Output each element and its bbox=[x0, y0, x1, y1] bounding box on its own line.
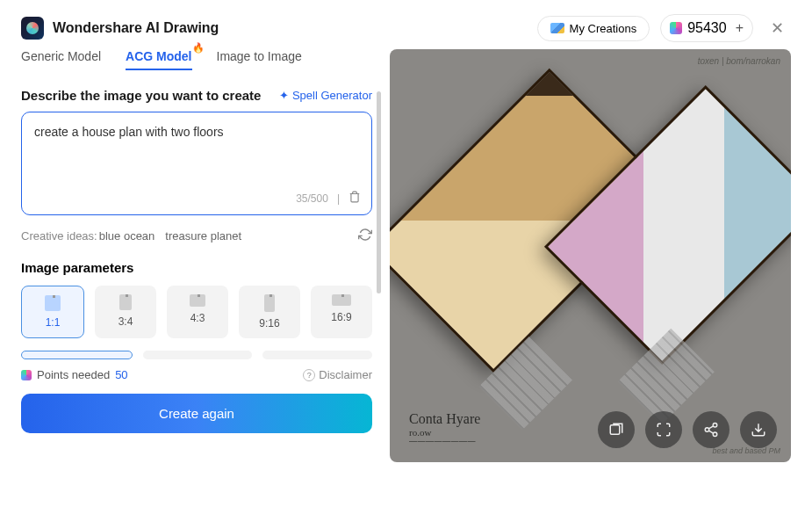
right-panel: toxen | bom/narrokan Conta Hyare ro.ow —… bbox=[390, 49, 791, 462]
left-panel: Generic Model ACG Model 🔥 Image to Image… bbox=[21, 49, 372, 462]
ratio-1-1[interactable]: 1:1 bbox=[21, 286, 84, 338]
fire-icon: 🔥 bbox=[192, 42, 205, 54]
sig-main: Conta Hyare bbox=[409, 411, 480, 427]
my-creations-button[interactable]: My Creations bbox=[537, 16, 650, 41]
sparkle-icon bbox=[670, 22, 682, 34]
footer-row: Points needed 50 ? Disclaimer bbox=[21, 368, 372, 381]
disclaimer-label: Disclaimer bbox=[319, 368, 372, 381]
stairs-2 bbox=[618, 329, 715, 425]
generated-image[interactable]: toxen | bom/narrokan Conta Hyare ro.ow —… bbox=[390, 49, 791, 462]
points-value: 50 bbox=[115, 368, 127, 381]
signature: Conta Hyare ro.ow ———————— bbox=[409, 411, 480, 446]
disclaimer-button[interactable]: ? Disclaimer bbox=[303, 368, 372, 381]
spell-gen-label: Spell Generator bbox=[292, 89, 372, 102]
creative-ideas-row: Creative ideas:blue oceantreasure planet bbox=[21, 228, 372, 244]
header-right: My Creations 95430 + ✕ bbox=[537, 14, 791, 42]
idea-1[interactable]: blue ocean bbox=[99, 229, 155, 243]
ratio-9-16[interactable]: 9:16 bbox=[239, 286, 300, 338]
header-left: Wondershare AI Drawing bbox=[21, 17, 219, 40]
wand-icon: ✦ bbox=[279, 89, 289, 102]
sparkle-icon bbox=[21, 370, 32, 380]
ratio-shape-icon bbox=[45, 295, 61, 311]
ratio-4-3[interactable]: 4:3 bbox=[167, 286, 228, 338]
param-option[interactable] bbox=[21, 351, 133, 359]
model-tabs: Generic Model ACG Model 🔥 Image to Image bbox=[21, 49, 372, 70]
image-action-bar bbox=[598, 411, 777, 448]
close-button[interactable]: ✕ bbox=[764, 15, 791, 41]
param-option[interactable] bbox=[143, 351, 253, 359]
aspect-ratio-row: 1:1 3:4 4:3 9:16 16:9 bbox=[21, 286, 372, 338]
prompt-textarea[interactable]: create a house plan with two floors 35/5… bbox=[21, 112, 372, 215]
svg-point-3 bbox=[713, 432, 717, 437]
picture-icon bbox=[550, 23, 564, 33]
trash-icon[interactable] bbox=[349, 191, 361, 206]
fullscreen-button[interactable] bbox=[645, 411, 682, 448]
param-option[interactable] bbox=[262, 351, 372, 359]
credits-pill[interactable]: 95430 + bbox=[660, 14, 753, 42]
prompt-footer: 35/500 | bbox=[296, 191, 361, 206]
create-again-button[interactable]: Create again bbox=[21, 394, 372, 433]
app-title: Wondershare AI Drawing bbox=[53, 20, 219, 36]
add-credits-button[interactable]: + bbox=[736, 20, 744, 36]
image-parameters-label: Image parameters bbox=[21, 260, 372, 275]
ratio-3-4[interactable]: 3:4 bbox=[95, 286, 156, 338]
download-button[interactable] bbox=[740, 411, 777, 448]
prompt-text: create a house plan with two floors bbox=[34, 125, 359, 139]
points-label: Points needed bbox=[37, 368, 110, 381]
next-param-row bbox=[21, 351, 372, 359]
credits-value: 95430 bbox=[687, 20, 727, 36]
refresh-icon[interactable] bbox=[358, 228, 372, 244]
divider: | bbox=[337, 192, 340, 205]
tab-acg-label: ACG Model bbox=[126, 49, 191, 63]
spell-generator-button[interactable]: ✦ Spell Generator bbox=[279, 89, 372, 102]
ratio-shape-icon bbox=[190, 294, 205, 307]
share-button[interactable] bbox=[693, 411, 729, 448]
scrollbar[interactable] bbox=[377, 91, 381, 293]
tab-image-to-image[interactable]: Image to Image bbox=[217, 49, 302, 70]
tab-generic-model[interactable]: Generic Model bbox=[21, 49, 101, 70]
main: Generic Model ACG Model 🔥 Image to Image… bbox=[0, 49, 812, 462]
sig-sub: ———————— bbox=[409, 438, 480, 446]
variations-button[interactable] bbox=[598, 411, 635, 448]
tab-acg-model[interactable]: ACG Model 🔥 bbox=[126, 49, 191, 70]
svg-rect-0 bbox=[610, 425, 620, 435]
points-needed: Points needed 50 bbox=[21, 368, 128, 381]
ratio-shape-icon bbox=[264, 294, 275, 312]
svg-point-2 bbox=[705, 428, 709, 432]
header: Wondershare AI Drawing My Creations 9543… bbox=[0, 0, 812, 49]
describe-row: Describe the image you want to create ✦ … bbox=[21, 88, 372, 103]
char-counter: 35/500 bbox=[296, 192, 328, 205]
ratio-16-9[interactable]: 16:9 bbox=[311, 286, 372, 338]
watermark-top: toxen | bom/narrokan bbox=[698, 56, 780, 66]
app-logo-icon bbox=[21, 17, 44, 40]
svg-point-1 bbox=[713, 424, 717, 428]
describe-label: Describe the image you want to create bbox=[21, 88, 261, 103]
ideas-text: Creative ideas:blue oceantreasure planet bbox=[21, 229, 250, 243]
ideas-prefix: Creative ideas: bbox=[21, 229, 97, 243]
question-icon: ? bbox=[303, 369, 315, 381]
idea-2[interactable]: treasure planet bbox=[165, 229, 241, 243]
ratio-shape-icon bbox=[332, 294, 351, 306]
my-creations-label: My Creations bbox=[570, 22, 637, 35]
ratio-shape-icon bbox=[119, 294, 132, 310]
